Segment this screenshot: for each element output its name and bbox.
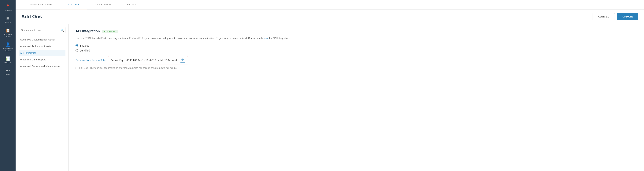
page-title: Add Ons [21, 14, 42, 20]
sidebar-item-label: Locations [4, 10, 12, 12]
advanced-badge: ADVANCED [102, 30, 118, 33]
policy-description: Fair Use Policy applies, at a maximum of… [79, 67, 177, 69]
page-header: Add Ons CANCEL UPDATE [16, 10, 644, 24]
nav-item-api-integration[interactable]: API Integration [18, 50, 66, 56]
section-title: API Integration [76, 29, 100, 33]
nav-item-advanced-service[interactable]: Advanced Service and Maintenance [18, 63, 66, 70]
update-button[interactable]: UPDATE [617, 13, 638, 20]
sidebar-item-more[interactable]: ••• More [0, 66, 16, 78]
search-button[interactable]: 🔍 [61, 29, 64, 32]
nav-item-unfulfilled-carts[interactable]: Unfulfilled Carts Report [18, 56, 66, 63]
radio-group: Enabled Disabled [76, 44, 637, 52]
secret-key-container: Secret Key d111f000aa1a10ab011ccddd110aa… [108, 56, 188, 64]
more-icon: ••• [6, 68, 10, 73]
nav-item-advanced-customization[interactable]: Advanced Customization Option [18, 36, 66, 43]
sidebar-item-reports[interactable]: 📊 Reports [0, 54, 16, 66]
tab-billing[interactable]: BILLING [119, 0, 144, 9]
left-panel: 🔍 Advanced Customization Option Advanced… [16, 24, 69, 171]
description-text: Use our REST based APIs to access your i… [76, 36, 637, 40]
copy-button[interactable] [180, 58, 186, 63]
sidebar-item-locations[interactable]: 📍 Locations [0, 2, 16, 14]
secret-key-label: Secret Key [110, 59, 123, 62]
content-area: 🔍 Advanced Customization Option Advanced… [16, 24, 644, 171]
radio-disabled-input[interactable] [76, 49, 78, 52]
info-icon: i [76, 67, 78, 69]
sidebar: 📍 Locations ⊞ Groups 📋 Purchase Orders 👤… [0, 0, 16, 171]
members-icon: 👤 [6, 42, 10, 47]
svg-rect-0 [182, 60, 184, 61]
sidebar-item-groups[interactable]: ⊞ Groups [0, 14, 16, 26]
top-nav: COMPANY SETTINGS ADD ONS MY SETTINGS BIL… [16, 0, 644, 10]
tab-add-ons[interactable]: ADD ONS [60, 0, 87, 9]
sidebar-item-label: Purchase Orders [1, 34, 14, 38]
sidebar-item-purchase-orders[interactable]: 📋 Purchase Orders [0, 26, 16, 40]
section-title-row: API Integration ADVANCED [76, 29, 637, 33]
radio-enabled-label: Enabled [80, 44, 89, 47]
sidebar-item-label: More [6, 73, 10, 75]
radio-disabled-label: Disabled [80, 49, 90, 52]
nav-item-advanced-actions[interactable]: Advanced Actions for Assets [18, 43, 66, 50]
radio-enabled[interactable]: Enabled [76, 44, 637, 47]
search-box: 🔍 [18, 27, 66, 33]
header-actions: CANCEL UPDATE [592, 13, 638, 20]
secret-key-value: d111f000aa1a10ab011ccddd110aaaa0 [126, 59, 177, 62]
radio-enabled-input[interactable] [76, 44, 78, 47]
sidebar-item-members-access[interactable]: 👤 Members & Access [0, 40, 16, 54]
groups-icon: ⊞ [6, 16, 10, 21]
search-input[interactable] [18, 27, 66, 33]
radio-disabled[interactable]: Disabled [76, 49, 637, 52]
purchase-orders-icon: 📋 [6, 28, 10, 33]
cancel-button[interactable]: CANCEL [592, 13, 615, 20]
reports-icon: 📊 [6, 56, 10, 61]
policy-text: i Fair Use Policy applies, at a maximum … [76, 67, 637, 69]
tab-company-settings[interactable]: COMPANY SETTINGS [19, 0, 60, 9]
location-icon: 📍 [6, 4, 10, 9]
here-link[interactable]: here [264, 37, 268, 40]
sidebar-item-label: Groups [5, 22, 11, 24]
tab-my-settings[interactable]: MY SETTINGS [87, 0, 119, 9]
sidebar-item-label: Reports [4, 62, 11, 64]
sidebar-item-label: Members & Access [1, 48, 14, 52]
right-panel: API Integration ADVANCED Use our REST ba… [69, 24, 644, 171]
main-content: COMPANY SETTINGS ADD ONS MY SETTINGS BIL… [16, 0, 644, 171]
generate-token-link[interactable]: Generate New Access Token [76, 59, 107, 62]
